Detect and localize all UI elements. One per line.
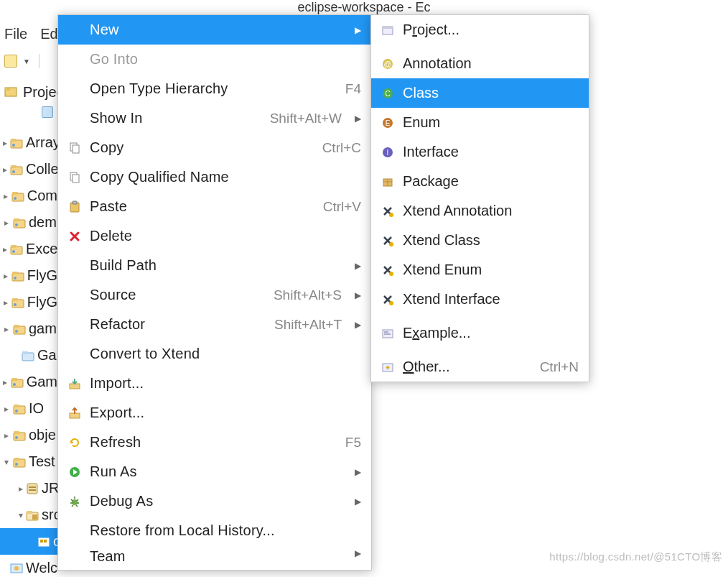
menu-item-copy-qualified-name[interactable]: Copy Qualified Name — [58, 162, 371, 192]
submenu-item-xtend-annotation[interactable]: Xtend Annotation — [371, 196, 589, 226]
menu-item-import[interactable]: Import... — [58, 369, 371, 398]
menu-item-team[interactable]: Team▶ — [58, 545, 371, 570]
svg-rect-6 — [11, 165, 17, 168]
twisty-closed-icon[interactable]: ▸ — [3, 165, 7, 175]
menu-item-run-as[interactable]: Run As▶ — [58, 457, 371, 486]
twisty-closed-icon[interactable]: ▸ — [3, 377, 8, 387]
menu-item-label: Restore from Local History... — [90, 522, 361, 539]
tree-item[interactable]: ▸gam — [0, 315, 57, 342]
menu-item-restore-from-local-history[interactable]: Restore from Local History... — [58, 516, 371, 545]
tree-item-label: JR — [42, 480, 57, 497]
menu-item-label: Source — [90, 287, 265, 303]
tree-item[interactable]: ▸Com — [0, 183, 57, 209]
menu-shortcut: F5 — [345, 435, 361, 451]
submenu-item-xtend-enum[interactable]: Xtend Enum — [371, 255, 589, 285]
tree-item[interactable]: ▸Array — [0, 129, 57, 156]
jar-icon — [26, 482, 39, 495]
tree-item[interactable]: ▾Test — [0, 448, 57, 475]
svg-rect-48 — [44, 540, 47, 543]
submenu-item-label: Xtend Class — [403, 232, 579, 249]
menu-item-build-path[interactable]: Build Path▶ — [58, 251, 371, 280]
tree-item-label: Test — [29, 453, 55, 470]
context-menu: New▶Go IntoOpen Type HierarchyF4Show InS… — [57, 14, 372, 571]
tree-item[interactable]: ▸Gam — [0, 369, 57, 395]
twisty-open-icon[interactable]: ▾ — [3, 457, 10, 467]
tree-item[interactable]: ▸JR — [0, 475, 57, 502]
tree-item[interactable]: ▸FlyG — [0, 289, 57, 315]
submenu-item-label: Enum — [403, 114, 579, 131]
tree-item[interactable]: Welc — [0, 555, 57, 577]
tree-item[interactable]: c — [0, 528, 57, 555]
project-tree[interactable]: ▸Array▸Colle▸Com▸dem▸Exce▸FlyG▸FlyG▸gamG… — [0, 129, 57, 577]
twisty-closed-icon[interactable]: ▸ — [3, 218, 10, 228]
tree-item[interactable]: ▸FlyG — [0, 262, 57, 289]
new-toolbar-dropdown-icon[interactable]: ▼ — [23, 57, 30, 65]
svg-text:I: I — [387, 149, 389, 157]
tree-item[interactable]: ▾src — [0, 502, 57, 528]
tree-item[interactable]: ▸IO — [0, 395, 57, 422]
twisty-closed-icon[interactable]: ▸ — [3, 244, 7, 254]
submenu-item-example[interactable]: Example... — [371, 318, 589, 348]
tree-item[interactable]: ▸dem — [0, 209, 57, 236]
menu-file[interactable]: File — [4, 26, 27, 47]
submenu-arrow-icon: ▶ — [355, 320, 361, 330]
twisty-closed-icon[interactable]: ▸ — [3, 404, 10, 414]
menu-shortcut: Shift+Alt+S — [274, 287, 342, 303]
submenu-item-label: Annotation — [403, 55, 579, 72]
twisty-closed-icon[interactable]: ▸ — [3, 324, 10, 334]
pkg-icon — [13, 216, 26, 229]
submenu-item-enum[interactable]: EEnum — [371, 108, 589, 137]
menu-item-label: Import... — [90, 375, 361, 392]
pkgsel-icon — [37, 535, 50, 548]
submenu-item-xtend-class[interactable]: Xtend Class — [371, 226, 589, 255]
tree-item[interactable]: ▸Colle — [0, 156, 57, 183]
view-sub-icon[interactable] — [42, 106, 53, 121]
svg-rect-24 — [14, 325, 19, 328]
menu-item-delete[interactable]: Delete — [58, 221, 371, 251]
submenu-item-label: Class — [403, 85, 579, 101]
svg-rect-41 — [29, 486, 36, 488]
svg-point-10 — [14, 197, 17, 200]
menu-item-convert-to-xtend[interactable]: Convert to Xtend — [58, 339, 371, 369]
twisty-closed-icon[interactable]: ▸ — [3, 430, 10, 440]
menu-item-paste[interactable]: PasteCtrl+V — [58, 192, 371, 221]
other-icon — [381, 361, 394, 374]
export-icon — [68, 407, 81, 420]
submenu-item-label: Other... — [403, 359, 531, 375]
tree-item[interactable]: ▸Exce — [0, 236, 57, 262]
blank-icon — [68, 83, 81, 96]
svg-point-74 — [389, 272, 393, 276]
submenu-item-package[interactable]: Package — [371, 167, 589, 196]
twisty-closed-icon[interactable]: ▸ — [3, 271, 9, 281]
new-toolbar-icon[interactable] — [4, 55, 17, 68]
twisty-closed-icon[interactable]: ▸ — [3, 138, 7, 148]
menu-item-refactor[interactable]: RefactorShift+Alt+T▶ — [58, 310, 371, 339]
svg-text:E: E — [386, 119, 391, 127]
tree-item[interactable]: ▸obje — [0, 422, 57, 448]
submenu-item-interface[interactable]: IInterface — [371, 137, 589, 167]
pkg-icon — [10, 163, 23, 176]
twisty-closed-icon[interactable]: ▸ — [3, 191, 9, 201]
submenu-item-project[interactable]: Project... — [371, 15, 589, 45]
twisty-closed-icon[interactable]: ▸ — [19, 484, 23, 494]
menu-item-export[interactable]: Export... — [58, 398, 371, 428]
tree-item[interactable]: Gam — [0, 342, 57, 369]
submenu-item-annotation[interactable]: @Annotation — [371, 49, 589, 78]
svg-rect-40 — [27, 484, 37, 494]
blank-icon — [68, 53, 81, 66]
twisty-open-icon[interactable]: ▾ — [19, 510, 23, 520]
menu-item-source[interactable]: SourceShift+Alt+S▶ — [58, 280, 371, 310]
submenu-item-other[interactable]: Other...Ctrl+N — [371, 352, 589, 382]
submenu-item-xtend-interface[interactable]: Xtend Interface — [371, 285, 589, 314]
menu-item-refresh[interactable]: RefreshF5 — [58, 428, 371, 457]
menu-item-debug-as[interactable]: Debug As▶ — [58, 486, 371, 516]
svg-rect-18 — [12, 272, 18, 274]
menu-item-show-in[interactable]: Show InShift+Alt+W▶ — [58, 103, 371, 133]
submenu-item-class[interactable]: CClass — [371, 78, 589, 108]
twisty-closed-icon[interactable]: ▸ — [3, 297, 9, 308]
xclass-icon — [381, 234, 394, 247]
menu-item-copy[interactable]: CopyCtrl+C — [58, 133, 371, 162]
class-icon: C — [381, 87, 394, 100]
menu-item-new[interactable]: New▶ — [58, 15, 371, 45]
menu-item-open-type-hierarchy[interactable]: Open Type HierarchyF4 — [58, 74, 371, 103]
